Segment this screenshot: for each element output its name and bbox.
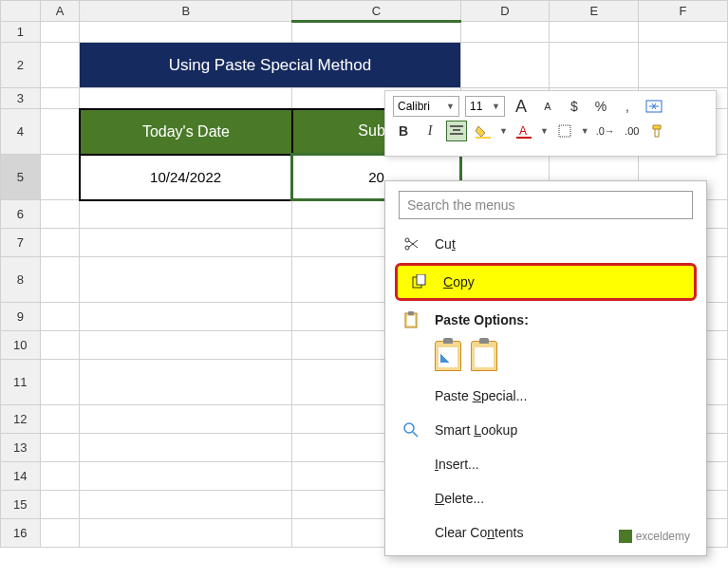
font-size-select[interactable]: 11▼ (465, 96, 505, 117)
menu-paste-special[interactable]: Paste Special... (389, 379, 702, 413)
svg-point-5 (405, 246, 409, 250)
bold-button[interactable]: B (393, 121, 414, 141)
col-head-c[interactable]: C (292, 1, 460, 22)
select-all-corner[interactable] (1, 1, 41, 22)
row-head[interactable]: 11 (1, 360, 41, 405)
svg-point-12 (404, 423, 414, 433)
currency-button[interactable]: $ (564, 96, 585, 117)
svg-rect-1 (476, 137, 491, 139)
comma-button[interactable]: , (617, 96, 638, 117)
increase-decimal-button[interactable]: .0→ (595, 121, 616, 141)
menu-label: Delete... (435, 491, 484, 506)
col-head-e[interactable]: E (550, 1, 639, 22)
menu-paste-options-header: Paste Options: (389, 303, 702, 337)
row-head[interactable]: 3 (1, 88, 41, 109)
percent-button[interactable]: % (590, 96, 611, 117)
paste-option-all[interactable] (435, 341, 461, 371)
row-head[interactable]: 6 (1, 200, 41, 229)
menu-label: Copy (443, 274, 475, 290)
col-head-d[interactable]: D (460, 1, 550, 22)
merge-icon[interactable] (644, 96, 664, 117)
row-head[interactable]: 12 (1, 405, 41, 434)
paste-option-values[interactable] (471, 341, 497, 371)
scissors-icon (401, 236, 421, 252)
menu-search-input[interactable]: Search the menus (399, 191, 693, 219)
menu-label: Cut (435, 236, 456, 252)
decrease-font-icon[interactable]: A (537, 96, 558, 117)
row-head[interactable]: 5 (1, 155, 41, 200)
menu-label: Paste Special... (435, 388, 527, 403)
font-select[interactable]: Calibri▼ (393, 96, 459, 117)
context-menu: Search the menus Cut Copy Paste Options:… (384, 180, 707, 556)
menu-clear-contents[interactable]: Clear Contents (389, 515, 702, 550)
row-head[interactable]: 4 (1, 109, 41, 155)
svg-rect-8 (417, 274, 425, 285)
clipboard-icon (401, 311, 421, 328)
cell-date[interactable]: 10/24/2022 (80, 155, 292, 200)
row-head[interactable]: 13 (1, 434, 41, 462)
row-head[interactable]: 9 (1, 303, 41, 331)
menu-delete[interactable]: Delete... (389, 481, 702, 515)
increase-font-icon[interactable]: A (511, 96, 532, 117)
svg-rect-11 (407, 316, 415, 326)
svg-rect-3 (516, 137, 532, 139)
svg-rect-4 (559, 125, 570, 137)
menu-label: Paste Options: (435, 312, 529, 327)
mini-toolbar: Calibri▼ 11▼ A A $ % , B I ▼ A ▼ ▼ .0→ .… (384, 90, 717, 157)
copy-icon (409, 274, 430, 290)
svg-text:A: A (519, 124, 527, 138)
align-center-button[interactable] (446, 121, 467, 141)
menu-cut[interactable]: Cut (389, 227, 702, 261)
row-head[interactable]: 8 (1, 257, 41, 303)
menu-insert[interactable]: Insert... (389, 447, 702, 481)
row-head[interactable]: 10 (1, 331, 41, 360)
menu-smart-lookup[interactable]: Smart Lookup (389, 413, 702, 447)
font-color-button[interactable]: A (513, 121, 534, 141)
row-head[interactable]: 14 (1, 462, 41, 491)
header-todays-date: Today's Date (80, 109, 292, 155)
search-icon (401, 422, 421, 438)
menu-label: Clear Contents (435, 525, 523, 540)
col-head-a[interactable]: A (40, 1, 80, 22)
row-head[interactable]: 1 (1, 22, 41, 43)
row-head[interactable]: 15 (1, 491, 41, 519)
row-head[interactable]: 16 (1, 519, 41, 548)
col-head-b[interactable]: B (80, 1, 292, 22)
svg-rect-10 (408, 311, 414, 315)
borders-button[interactable] (554, 121, 575, 141)
fill-color-button[interactable] (473, 121, 494, 141)
title-banner: Using Paste Special Method (80, 43, 460, 88)
italic-button[interactable]: I (420, 121, 440, 141)
row-head[interactable]: 7 (1, 229, 41, 257)
format-painter-icon[interactable] (648, 121, 669, 141)
decrease-decimal-button[interactable]: .00 (622, 121, 643, 141)
row-head[interactable]: 2 (1, 43, 41, 88)
menu-copy[interactable]: Copy (395, 263, 697, 301)
menu-label: Smart Lookup (435, 422, 517, 438)
col-head-f[interactable]: F (639, 1, 728, 22)
menu-label: Insert... (435, 457, 479, 472)
svg-point-6 (405, 238, 409, 242)
